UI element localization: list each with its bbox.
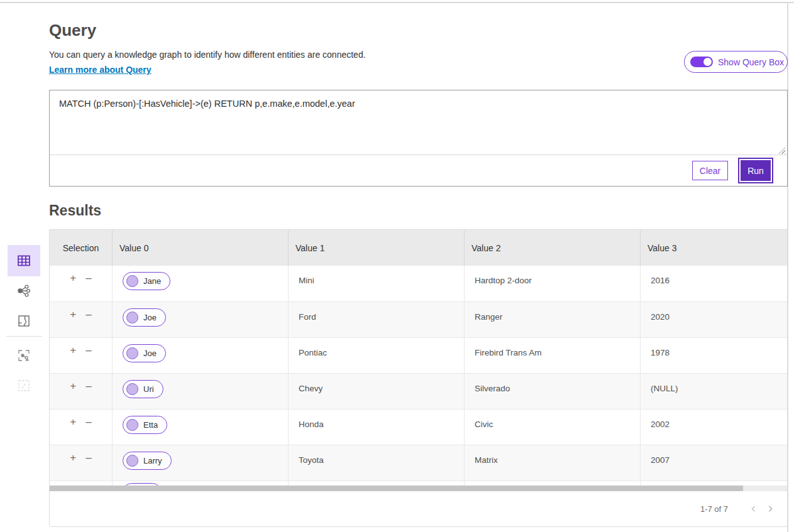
selection-cell: + –: [50, 374, 113, 409]
table-row: + – Joe Pontiac Firebird Trans Am 1978: [50, 337, 787, 373]
remove-from-selection-button[interactable]: –: [85, 273, 91, 283]
entity-chip[interactable]: Etta: [123, 416, 167, 434]
entity-name: Larry: [143, 456, 162, 465]
column-header-selection[interactable]: Selection: [50, 230, 113, 266]
run-button[interactable]: Run: [741, 160, 771, 181]
remove-from-selection-button[interactable]: –: [85, 416, 91, 427]
value3-cell: (NULL): [641, 374, 787, 409]
value2-cell: Matrix: [465, 445, 641, 480]
column-header-value2[interactable]: Value 2: [465, 230, 641, 266]
scrollbar-thumb[interactable]: [50, 486, 743, 491]
value0-cell: Jane: [113, 266, 289, 301]
column-header-value3[interactable]: Value 3: [641, 230, 787, 266]
entity-name: Joe: [143, 349, 157, 358]
table-body: + – Jane Mini Hardtop 2-door 2016 + – Jo…: [50, 266, 787, 486]
entity-node-icon: [126, 383, 138, 395]
selection-cell: + –: [50, 266, 113, 301]
table-row: + – Etta Honda Civic 2002: [50, 409, 787, 445]
new-map-button: [8, 370, 40, 401]
learn-more-link[interactable]: Learn more about Query: [49, 65, 152, 75]
column-header-value1[interactable]: Value 1: [289, 230, 465, 266]
selection-cell: + –: [50, 410, 113, 445]
chevron-left-icon[interactable]: [746, 501, 762, 517]
entity-chip[interactable]: Uri: [123, 380, 163, 398]
value3-cell: [641, 481, 787, 486]
new-map-dashed-icon: [16, 378, 31, 393]
table-view-button[interactable]: [8, 245, 40, 276]
top-divider: [0, 2, 794, 3]
entity-chip[interactable]: Jane: [123, 272, 170, 290]
query-input[interactable]: MATCH (p:Person)-[:HasVehicle]->(e) RETU…: [50, 90, 787, 155]
entity-chip[interactable]: Joe: [123, 308, 166, 327]
add-to-selection-button[interactable]: +: [70, 452, 76, 463]
table-row: + – Uri Chevy Silverado (NULL): [50, 373, 787, 409]
value0-cell: [113, 481, 289, 486]
table-row: + –: [50, 480, 787, 486]
clear-button[interactable]: Clear: [692, 161, 728, 180]
table-icon: [16, 253, 31, 268]
selection-cell: + –: [50, 338, 113, 373]
selection-cell: + –: [50, 481, 113, 486]
selection-cell: + –: [50, 445, 113, 480]
table-row: + – Larry Toyota Matrix 2007: [50, 445, 787, 480]
horizontal-scrollbar[interactable]: [50, 486, 787, 491]
add-to-selection-button[interactable]: +: [70, 381, 76, 391]
entity-chip[interactable]: Larry: [123, 452, 172, 470]
column-header-value0[interactable]: Value 0: [113, 230, 289, 266]
query-box: MATCH (p:Person)-[:HasVehicle]->(e) RETU…: [49, 90, 788, 187]
value0-cell: Uri: [113, 374, 289, 409]
new-link-chart-icon: [16, 348, 31, 363]
entity-name: Jane: [143, 276, 161, 286]
chevron-right-icon[interactable]: [762, 501, 778, 517]
value0-cell: Joe: [113, 338, 289, 373]
toggle-label: Show Query Box: [718, 57, 784, 67]
value3-cell: 2020: [641, 302, 787, 337]
value2-cell: Hardtop 2-door: [465, 266, 641, 301]
add-to-selection-button[interactable]: +: [70, 309, 76, 320]
results-table: Selection Value 0 Value 1 Value 2 Value …: [49, 229, 788, 527]
link-chart-icon: [16, 283, 31, 298]
toggle-switch-icon[interactable]: [690, 57, 713, 67]
rail-divider: [6, 336, 42, 337]
link-chart-view-button[interactable]: [8, 275, 40, 307]
entity-node-icon: [126, 419, 138, 431]
value1-cell: Honda: [289, 410, 465, 445]
value1-cell: [289, 481, 465, 486]
results-title: Results: [49, 202, 101, 219]
value2-cell: Silverado: [465, 374, 641, 409]
entity-name: Etta: [143, 420, 158, 430]
remove-from-selection-button[interactable]: –: [85, 381, 91, 391]
pagination-label: 1-7 of 7: [700, 504, 728, 514]
entity-node-icon: [126, 347, 138, 359]
value3-cell: 2007: [641, 445, 787, 480]
table-row: + – Jane Mini Hardtop 2-door 2016: [50, 266, 787, 301]
value0-cell: Joe: [113, 302, 289, 337]
add-to-selection-button[interactable]: +: [70, 345, 76, 356]
entity-name: Uri: [143, 384, 154, 394]
entity-node-icon: [126, 455, 138, 467]
new-link-chart-button[interactable]: [8, 340, 40, 371]
value1-cell: Chevy: [289, 374, 465, 409]
value0-cell: Etta: [113, 410, 289, 445]
value3-cell: 1978: [641, 338, 787, 373]
toggle-knob: [703, 58, 712, 66]
remove-from-selection-button[interactable]: –: [85, 345, 91, 356]
value1-cell: Mini: [289, 266, 465, 301]
value2-cell: Civic: [465, 410, 641, 445]
value3-cell: 2016: [641, 266, 787, 301]
value0-cell: Larry: [113, 445, 289, 480]
entity-chip[interactable]: Joe: [123, 344, 166, 362]
add-to-selection-button[interactable]: +: [70, 273, 76, 283]
add-to-selection-button[interactable]: +: [70, 416, 76, 427]
table-header-row: Selection Value 0 Value 1 Value 2 Value …: [50, 230, 787, 266]
value3-cell: 2002: [641, 410, 787, 445]
value2-cell: Ranger: [465, 302, 641, 337]
value2-cell: Firebird Trans Am: [465, 338, 641, 373]
show-query-box-toggle[interactable]: Show Query Box: [684, 51, 788, 73]
entity-node-icon: [126, 312, 138, 323]
remove-from-selection-button[interactable]: –: [85, 452, 91, 463]
table-footer: 1-7 of 7: [50, 491, 787, 526]
map-view-button[interactable]: [8, 305, 40, 337]
value1-cell: Pontiac: [289, 338, 465, 373]
remove-from-selection-button[interactable]: –: [85, 309, 91, 320]
